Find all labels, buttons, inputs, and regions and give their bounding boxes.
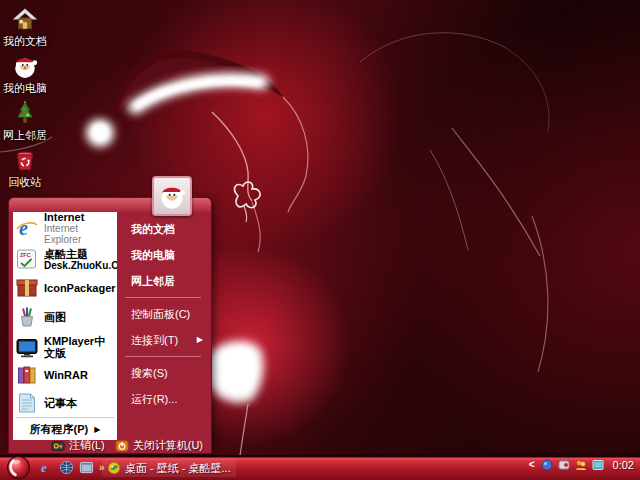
menu-item-title: WinRAR	[44, 369, 88, 381]
quick-launch-globe-icon[interactable]	[58, 459, 74, 475]
theme-icon: ZFC	[15, 247, 39, 271]
task-button-wallpaper[interactable]: 桌面 - 壁纸 - 桌酷壁...	[102, 459, 236, 477]
menu-item-zhuoku-theme[interactable]: ZFC 桌酷主题 Desk.ZhuoKu.Com	[13, 244, 117, 274]
menu-item-connect-to[interactable]: 连接到(T) ▶	[117, 327, 209, 353]
tray-volume-icon[interactable]	[558, 458, 571, 471]
tray-network-icon[interactable]	[541, 458, 554, 471]
task-button-label: 桌面 - 壁纸 - 桌酷壁...	[125, 461, 231, 476]
desktop-icon-my-documents[interactable]: 我的文档	[0, 6, 50, 49]
iconpackager-icon	[15, 276, 39, 300]
winrar-icon	[15, 363, 39, 387]
menu-separator	[125, 356, 201, 357]
menu-item-kmplayer[interactable]: KMPlayer中文版	[13, 332, 117, 361]
menu-item-title: 画图	[44, 311, 66, 323]
start-menu-footer: 注销(L) 关闭计算机(U)	[9, 438, 211, 453]
start-menu: e Internet Internet Explorer ZFC 桌酷主题 De…	[8, 197, 212, 454]
menu-item-search[interactable]: 搜索(S)	[117, 360, 209, 386]
start-menu-right-column: 我的文档 我的电脑 网上邻居 控制面板(C) 连接到(T) ▶ 搜索(S) 运行…	[117, 212, 209, 440]
start-button[interactable]	[7, 456, 30, 479]
menu-item-run[interactable]: 运行(R)...	[117, 386, 209, 412]
system-tray: < 0:02	[527, 458, 638, 471]
notepad-icon	[15, 391, 39, 415]
menu-item-control-panel[interactable]: 控制面板(C)	[117, 301, 209, 327]
turn-off-label: 关闭计算机(U)	[133, 438, 203, 453]
log-off-icon	[51, 439, 65, 453]
log-off-button[interactable]: 注销(L)	[51, 438, 104, 453]
kmplayer-icon	[15, 335, 39, 359]
internet-explorer-icon: e	[15, 216, 39, 240]
menu-item-iconpackager[interactable]: IconPackager	[13, 274, 117, 301]
quick-launch-ie-icon[interactable]: e	[38, 459, 54, 475]
christmas-house-icon	[12, 6, 38, 32]
taskbar-clock[interactable]: 0:02	[609, 459, 638, 471]
paint-icon	[15, 305, 39, 329]
user-avatar[interactable]	[152, 176, 192, 216]
menu-item-my-documents[interactable]: 我的文档	[117, 216, 209, 242]
menu-item-subtitle: Internet Explorer	[44, 223, 115, 245]
christmas-tree-icon	[12, 100, 38, 126]
desktop: 我的文档 我的电脑 网上邻居	[0, 0, 640, 480]
turn-off-computer-button[interactable]: 关闭计算机(U)	[115, 438, 203, 453]
desktop-icon-my-computer[interactable]: 我的电脑	[0, 53, 50, 96]
desktop-icon-label: 回收站	[0, 175, 50, 190]
menu-separator	[125, 297, 201, 298]
menu-item-title: 记事本	[44, 397, 77, 409]
recycle-bin-icon	[12, 147, 38, 173]
santa-avatar-icon	[158, 182, 186, 210]
tray-users-icon[interactable]	[575, 458, 588, 471]
start-menu-left-column: e Internet Internet Explorer ZFC 桌酷主题 De…	[13, 212, 117, 440]
all-programs-button[interactable]: 所有程序(P) ▶	[13, 418, 117, 440]
menu-item-internet[interactable]: e Internet Internet Explorer	[13, 212, 117, 244]
submenu-arrow-icon: ▶	[197, 327, 203, 353]
svg-text:ZFC: ZFC	[20, 252, 31, 258]
tray-display-icon[interactable]	[592, 458, 605, 471]
menu-item-winrar[interactable]: WinRAR	[13, 361, 117, 388]
wallpaper-app-icon	[107, 461, 121, 475]
log-off-label: 注销(L)	[69, 438, 104, 453]
power-icon	[115, 439, 129, 453]
all-programs-label: 所有程序(P)	[30, 422, 89, 437]
svg-text:e: e	[19, 217, 28, 239]
menu-item-label: 连接到(T)	[131, 334, 178, 346]
menu-item-title: KMPlayer中文版	[44, 335, 115, 359]
quick-launch: e »	[38, 459, 106, 475]
svg-text:e: e	[40, 460, 46, 475]
menu-item-paint[interactable]: 画图	[13, 301, 117, 332]
desktop-icon-network-places[interactable]: 网上邻居	[0, 100, 50, 143]
desktop-icon-recycle-bin[interactable]: 回收站	[0, 147, 50, 190]
menu-item-title: Internet	[44, 211, 115, 223]
menu-item-my-computer[interactable]: 我的电脑	[117, 242, 209, 268]
santa-face-icon	[12, 53, 38, 79]
menu-item-title: IconPackager	[44, 282, 116, 294]
quick-launch-window-icon[interactable]	[78, 459, 94, 475]
arrow-right-icon: ▶	[94, 425, 100, 434]
desktop-icon-label: 网上邻居	[0, 128, 50, 143]
menu-item-network-places[interactable]: 网上邻居	[117, 268, 209, 294]
desktop-icon-label: 我的文档	[0, 34, 50, 49]
menu-item-notepad[interactable]: 记事本	[13, 388, 117, 417]
desktop-icon-label: 我的电脑	[0, 81, 50, 96]
tray-collapse-icon[interactable]: <	[527, 459, 537, 470]
